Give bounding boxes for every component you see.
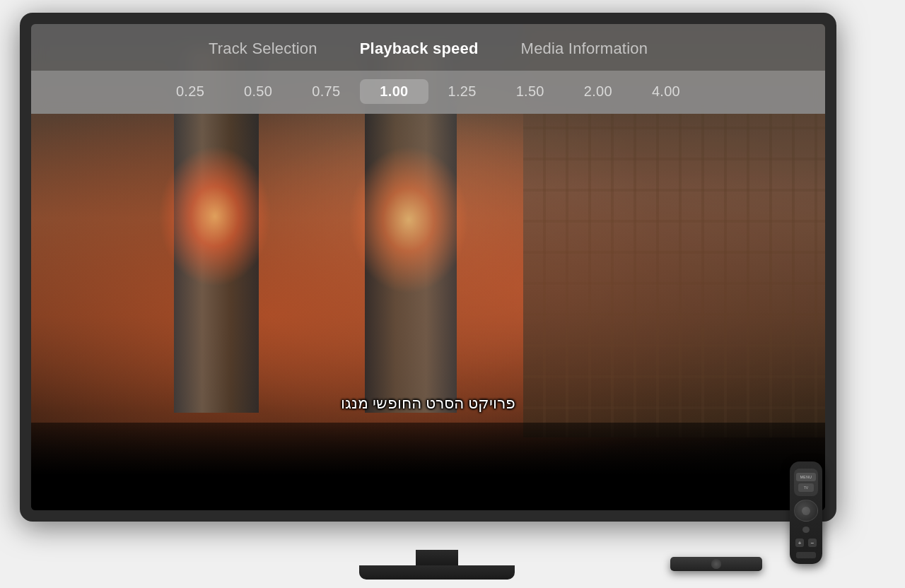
remote-volume-up-icon: + — [798, 540, 802, 546]
speed-bar: 0.25 0.50 0.75 1.00 1.25 1.50 2.00 4.00 — [31, 71, 825, 114]
pipe-glow-right — [349, 146, 469, 294]
remote-trackpad-center — [802, 507, 810, 515]
subtitle-text: פרויקט הסרט החופשי מנגו — [341, 394, 515, 413]
speed-0-25[interactable]: 0.25 — [156, 79, 224, 104]
stand-neck — [416, 550, 458, 565]
tv-wrapper: פרויקט הסרט החופשי מנגו Track Selection … — [20, 13, 854, 550]
dark-bar — [31, 423, 825, 510]
stand-base — [359, 565, 515, 580]
tab-track-selection[interactable]: Track Selection — [209, 40, 317, 58]
tab-playback-speed[interactable]: Playback speed — [360, 40, 479, 58]
remote-volume-up[interactable]: + — [795, 539, 804, 547]
tv-body: פרויקט הסרט החופשי מנגו Track Selection … — [20, 13, 836, 522]
remote-tv-button[interactable]: TV — [798, 483, 814, 492]
apple-tv-logo — [711, 559, 721, 569]
speed-4-00[interactable]: 4.00 — [632, 79, 700, 104]
speed-1-50[interactable]: 1.50 — [496, 79, 564, 104]
tab-bar: Track Selection Playback speed Media Inf… — [31, 24, 825, 71]
pipe-glow-left — [158, 146, 272, 287]
tv-screen: פרויקט הסרט החופשי מנגו Track Selection … — [31, 24, 825, 510]
remote-volume-down[interactable]: − — [808, 539, 817, 547]
apple-tv-device — [670, 557, 762, 571]
speed-1-00[interactable]: 1.00 — [360, 79, 428, 104]
remote-menu-label: MENU — [800, 475, 812, 479]
speed-1-25[interactable]: 1.25 — [428, 79, 496, 104]
remote-menu-button[interactable]: MENU — [796, 473, 816, 481]
speed-2-00[interactable]: 2.00 — [564, 79, 632, 104]
overlay-panel: Track Selection Playback speed Media Inf… — [31, 24, 825, 114]
remote-volume-down-icon: − — [811, 540, 814, 546]
remote-play-pause-button[interactable] — [796, 552, 816, 558]
apple-tv-remote: MENU TV + − — [790, 461, 822, 564]
speed-0-50[interactable]: 0.50 — [224, 79, 292, 104]
remote-trackpad[interactable] — [794, 500, 818, 522]
remote-top-area: MENU TV — [794, 469, 818, 496]
tv-stand — [359, 550, 515, 580]
remote-volume-area: + − — [795, 539, 817, 547]
remote-mic-button[interactable] — [802, 527, 810, 533]
remote-tv-label: TV — [804, 486, 808, 490]
tab-media-information[interactable]: Media Information — [521, 40, 648, 58]
speed-0-75[interactable]: 0.75 — [292, 79, 360, 104]
